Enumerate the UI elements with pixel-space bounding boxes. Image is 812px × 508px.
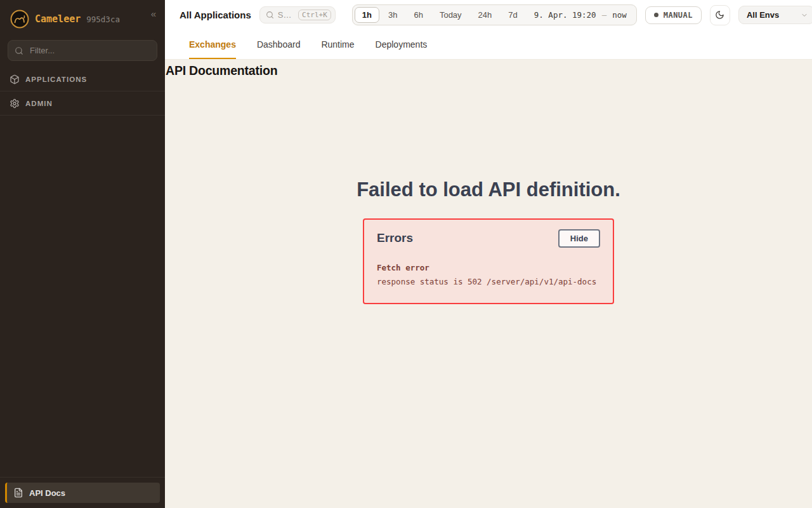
manual-status-dot-icon [654,13,658,17]
sidebar-item-api-docs[interactable]: API Docs [5,483,160,503]
time-range-1h[interactable]: 1h [355,7,379,23]
refresh-mode-button[interactable]: MANUAL [645,6,702,24]
sidebar-item-applications[interactable]: APPLICATIONS [0,67,165,91]
error-entry: Fetch error response status is 502 /serv… [377,261,600,289]
moon-icon [715,10,724,20]
time-range-group: 1h 3h 6h Today 24h 7d 9. Apr. 19:20 — no… [352,4,637,25]
search-placeholder: S… [278,10,292,20]
error-message: response status is 502 /server/api/v1/ap… [377,275,600,289]
api-load-error-headline: Failed to load API definition. [357,178,620,201]
errors-panel: Errors Hide Fetch error response status … [363,218,614,304]
errors-heading: Errors [377,231,413,245]
content-area: API Documentation Failed to load API def… [165,60,812,508]
sidebar-spacer [0,116,165,477]
hide-errors-button[interactable]: Hide [558,229,600,248]
sidebar-item-label: ADMIN [25,100,53,107]
sidebar-filter[interactable] [8,40,157,61]
time-range-6h[interactable]: 6h [406,7,430,23]
sidebar-item-label: API Docs [29,488,65,498]
time-range-3h[interactable]: 3h [381,7,405,23]
chevron-down-icon [801,11,808,19]
brand-name: Cameleer [35,13,81,25]
tab-runtime[interactable]: Runtime [321,30,354,59]
top-bar: All Applications S… Ctrl+K 1h 3h 6h Toda… [165,0,812,30]
sidebar-item-admin[interactable]: ADMIN [0,91,165,116]
search-icon [266,11,274,19]
app-root: Cameleer 995d3ca « APPLICATIONS ADMIN [0,0,812,508]
global-search[interactable]: S… Ctrl+K [259,6,336,23]
tabs-bar: Exchanges Dashboard Runtime Deployments [165,30,812,60]
tab-dashboard[interactable]: Dashboard [257,30,301,59]
refresh-mode-label: MANUAL [664,11,693,20]
package-icon [10,74,20,84]
swagger-error-section: Failed to load API definition. Errors Hi… [165,78,812,304]
dark-mode-toggle[interactable] [710,5,730,25]
page-title: API Documentation [165,60,812,78]
main-column: All Applications S… Ctrl+K 1h 3h 6h Toda… [165,0,812,508]
cameleer-logo [10,10,29,29]
sidebar-item-label: APPLICATIONS [25,76,87,83]
errors-panel-header: Errors Hide [377,225,600,251]
tab-exchanges[interactable]: Exchanges [189,30,236,59]
range-separator: — [602,10,607,20]
range-to: now [612,10,627,20]
error-name: Fetch error [377,261,600,275]
time-range-today[interactable]: Today [432,7,469,23]
range-from: 9. Apr. 19:20 [534,10,596,20]
sidebar: Cameleer 995d3ca « APPLICATIONS ADMIN [0,0,165,508]
build-version: 995d3ca [86,15,120,24]
gear-icon [10,98,20,109]
time-range-24h[interactable]: 24h [471,7,500,23]
collapse-sidebar-icon[interactable]: « [151,8,156,19]
app-scope-title: All Applications [180,10,251,20]
search-icon [15,46,23,55]
time-range-display[interactable]: 9. Apr. 19:20 — now [527,10,634,20]
environment-selected: All Envs [747,10,779,20]
time-range-7d[interactable]: 7d [501,7,525,23]
sidebar-header: Cameleer 995d3ca « [0,0,165,36]
sidebar-footer: API Docs [0,477,165,508]
document-icon [13,488,23,498]
tab-deployments[interactable]: Deployments [376,30,428,59]
filter-input[interactable] [29,45,150,56]
search-shortcut-kbd: Ctrl+K [298,10,331,20]
environment-select[interactable]: All Envs [738,6,812,24]
